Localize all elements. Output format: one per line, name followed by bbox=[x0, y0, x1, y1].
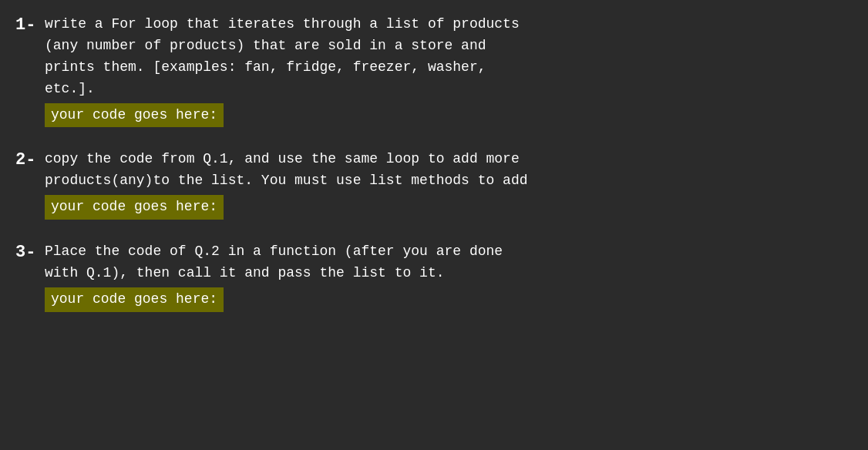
question-2-number: 2- bbox=[15, 149, 45, 170]
question-3-line-1: Place the code of Q.2 in a function (aft… bbox=[45, 241, 853, 263]
question-2-block: 2- copy the code from Q.1, and use the s… bbox=[15, 149, 853, 220]
question-3-block: 3- Place the code of Q.2 in a function (… bbox=[15, 241, 853, 312]
question-1-code-placeholder: your code goes here: bbox=[45, 103, 224, 128]
question-3-content: Place the code of Q.2 in a function (aft… bbox=[45, 241, 853, 312]
question-1-line-2: (any number of products) that are sold i… bbox=[45, 35, 853, 57]
question-2-line-1: copy the code from Q.1, and use the same… bbox=[45, 149, 853, 170]
question-3-number: 3- bbox=[15, 241, 45, 262]
questions-container: 1- write a For loop that iterates throug… bbox=[15, 14, 853, 312]
question-3-line-2: with Q.1), then call it and pass the lis… bbox=[45, 263, 853, 284]
question-1-line-1: write a For loop that iterates through a… bbox=[45, 14, 853, 35]
question-2-content: copy the code from Q.1, and use the same… bbox=[45, 149, 853, 220]
question-2-code-placeholder: your code goes here: bbox=[45, 195, 224, 220]
question-1-block: 1- write a For loop that iterates throug… bbox=[15, 14, 853, 127]
question-1-line-4: etc.]. bbox=[45, 79, 853, 100]
question-1-line-3: prints them. [examples: fan, fridge, fre… bbox=[45, 57, 853, 79]
question-3-code-placeholder: your code goes here: bbox=[45, 287, 224, 312]
question-1-number: 1- bbox=[15, 14, 45, 35]
question-2-line-2: products(any)to the list. You must use l… bbox=[45, 170, 853, 192]
question-1-content: write a For loop that iterates through a… bbox=[45, 14, 853, 127]
